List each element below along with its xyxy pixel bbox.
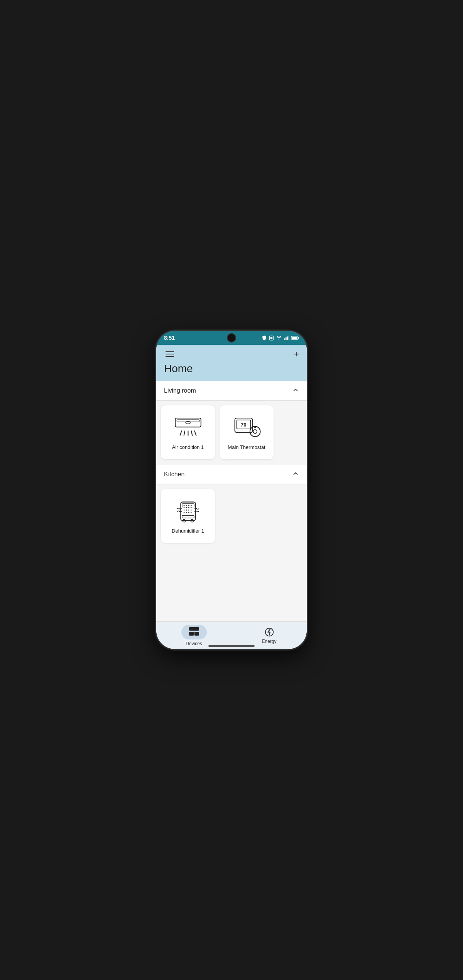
energy-nav-icon [264,627,274,637]
device-name-dehumidifier-1: Dehumidifier 1 [172,528,204,535]
device-card-dehumidifier-1[interactable]: Dehumidifier 1 [161,489,215,543]
svg-rect-7 [298,337,299,339]
air-conditioner-icon-area [172,414,203,441]
page-title: Home [164,363,299,375]
svg-line-12 [180,431,181,435]
home-indicator [208,645,255,647]
shield-icon [262,335,267,341]
svg-rect-2 [284,338,285,340]
devices-grid-kitchen: Dehumidifier 1 [156,484,307,548]
nav-label-devices: Devices [186,641,202,646]
room-name-kitchen: Kitchen [164,471,184,478]
air-conditioner-icon [174,415,203,440]
thermostat-icon: 70 [232,415,261,440]
svg-point-32 [191,507,192,508]
svg-rect-45 [189,631,194,635]
device-name-air-condition-1: Air condition 1 [172,444,204,451]
room-section-living-room: Living room [156,381,307,464]
svg-point-22 [254,427,256,428]
room-header-living-room[interactable]: Living room [156,381,307,401]
svg-point-30 [186,507,187,508]
wifi-icon [276,336,282,340]
svg-rect-8 [292,337,297,339]
svg-rect-1 [270,337,272,339]
nav-icon-bg-devices [181,625,207,639]
content-scroll[interactable]: Living room [156,381,307,621]
add-button[interactable]: + [294,349,299,359]
hamburger-line-1 [166,351,174,352]
svg-line-16 [194,431,196,435]
device-card-main-thermostat[interactable]: 70 Main Thermostat [220,405,274,459]
phone-frame: 8:51 [156,331,307,649]
hamburger-line-3 [166,356,174,357]
signal-icon [284,336,289,340]
status-bar: 8:51 [156,331,307,345]
svg-rect-4 [287,337,288,340]
svg-point-39 [188,512,189,513]
svg-point-28 [191,505,192,506]
svg-rect-46 [194,631,199,635]
svg-point-35 [188,509,189,511]
svg-point-33 [183,509,184,511]
dehumidifier-icon-area [172,498,203,525]
room-section-kitchen: Kitchen [156,465,307,548]
hamburger-line-2 [166,354,174,354]
svg-point-31 [188,507,189,508]
device-card-air-condition-1[interactable]: Air condition 1 [161,405,215,459]
chevron-up-icon-living-room [292,386,299,395]
svg-point-11 [185,421,190,424]
svg-rect-9 [175,418,201,427]
app-header: + Home [156,345,307,381]
svg-rect-3 [286,337,287,340]
thermostat-icon-area: 70 [231,414,262,441]
menu-button[interactable] [164,350,176,358]
svg-rect-41 [182,515,194,518]
svg-rect-44 [189,627,199,631]
svg-point-40 [191,512,192,513]
svg-line-13 [184,431,185,435]
svg-text:70: 70 [240,422,246,428]
devices-grid-living-room: Air condition 1 70 [156,401,307,464]
svg-rect-23 [181,502,195,521]
svg-rect-10 [177,420,199,422]
svg-point-25 [183,505,184,506]
room-header-kitchen[interactable]: Kitchen [156,465,307,484]
nav-item-energy[interactable]: Energy [231,624,307,647]
device-name-main-thermostat: Main Thermostat [228,444,265,451]
svg-point-29 [183,507,184,508]
svg-point-38 [186,512,187,513]
svg-point-26 [186,505,187,506]
svg-point-36 [191,509,192,511]
devices-nav-icon [189,627,199,636]
svg-point-34 [186,509,187,511]
svg-point-37 [183,512,184,513]
nav-label-energy: Energy [262,639,276,644]
status-icons [262,335,299,341]
sim-icon [269,336,274,341]
phone-screen: 8:51 [156,331,307,649]
svg-point-27 [188,505,189,506]
chevron-up-icon-kitchen [292,470,299,479]
camera-notch [227,333,236,342]
battery-icon [291,336,299,340]
dehumidifier-icon [174,499,203,524]
status-time: 8:51 [164,335,175,341]
svg-line-15 [191,431,192,435]
header-top: + [164,349,299,359]
room-name-living-room: Living room [164,387,196,394]
svg-point-21 [253,430,257,433]
svg-rect-5 [289,336,289,340]
